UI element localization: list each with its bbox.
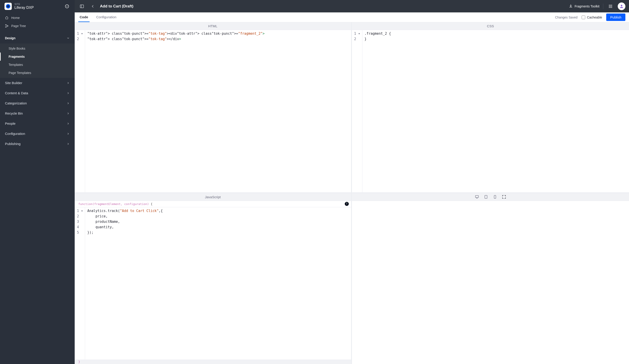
sidebar-section-people[interactable]: People xyxy=(0,119,75,128)
preview-desktop-icon[interactable] xyxy=(475,195,479,199)
pane-javascript: JavaScript function(fragmentElement, con… xyxy=(75,193,352,364)
fragments-toolkit-button[interactable]: Fragments Toolkit xyxy=(569,4,600,8)
sidebar-section-recycle-bin[interactable]: Recycle Bin xyxy=(0,108,75,119)
fragments-toolkit-label: Fragments Toolkit xyxy=(575,4,600,8)
sidebar-section-label: People xyxy=(5,121,15,125)
chevron-right-icon xyxy=(67,92,70,95)
sidebar-section-site-builder[interactable]: Site Builder xyxy=(0,78,75,88)
svg-point-1 xyxy=(7,5,9,8)
editor-tabs: Code Configuration xyxy=(78,12,118,22)
svg-rect-14 xyxy=(611,6,612,6)
pane-css: CSS 1 ▾2 .fragment_2 {} xyxy=(352,22,629,193)
svg-rect-17 xyxy=(611,7,612,8)
svg-marker-3 xyxy=(67,6,68,7)
svg-rect-12 xyxy=(609,6,610,6)
svg-rect-6 xyxy=(7,26,8,26)
svg-rect-16 xyxy=(610,7,611,8)
preview-device-bar xyxy=(352,193,629,201)
chevron-right-icon xyxy=(67,81,70,85)
sidebar-section-content-data[interactable]: Content & Data xyxy=(0,88,75,98)
sidebar: SITE Liferay DXP Home Page Tree Design xyxy=(0,0,75,364)
svg-rect-5 xyxy=(5,27,6,27)
cacheable-checkbox[interactable] xyxy=(582,15,585,19)
sidebar-section-categorization[interactable]: Categorization xyxy=(0,98,75,108)
preview-tablet-icon[interactable] xyxy=(484,195,488,199)
chevron-right-icon xyxy=(67,122,70,125)
sidebar-section-publishing[interactable]: Publishing xyxy=(0,139,75,149)
svg-rect-11 xyxy=(611,5,612,5)
svg-rect-22 xyxy=(494,195,496,198)
home-icon xyxy=(5,16,8,20)
chevron-right-icon xyxy=(67,142,70,145)
site-name: Liferay DXP xyxy=(14,6,34,10)
sidebar-item-label: Home xyxy=(11,16,20,20)
sidebar-section-label: Configuration xyxy=(5,132,25,135)
sidebar-item-label: Templates xyxy=(8,63,23,67)
sidebar-item-templates[interactable]: Templates xyxy=(0,61,75,69)
sidebar-item-home[interactable]: Home xyxy=(0,14,75,22)
pane-html: HTML 1 ▾2 "tok-attr"> class"tok-punct">=… xyxy=(75,22,352,193)
apps-grid-icon[interactable] xyxy=(607,3,614,10)
editor-grid: HTML 1 ▾2 "tok-attr"> class"tok-punct">=… xyxy=(75,22,629,364)
preview-expand-icon[interactable] xyxy=(502,195,506,199)
html-editor[interactable]: 1 ▾2 "tok-attr"> class"tok-punct">="tok-… xyxy=(75,30,351,192)
svg-point-18 xyxy=(621,5,623,6)
cacheable-toggle[interactable]: Cacheable xyxy=(582,12,602,22)
js-editor[interactable]: 1 ▾2 3 4 5 Analytics.track("Add to Cart … xyxy=(75,207,351,360)
sidebar-section-label: Content & Data xyxy=(5,91,28,95)
sidebar-section-label: Design xyxy=(5,36,15,40)
js-function-close: } xyxy=(75,360,351,364)
tab-label: Code xyxy=(80,15,88,19)
sidebar-design-subitems: Style Books Fragments Templates Page Tem… xyxy=(0,43,75,78)
toggle-sidebar-icon[interactable] xyxy=(78,3,86,10)
preview-body xyxy=(352,201,629,364)
nav-quick: Home Page Tree xyxy=(0,12,75,33)
sidebar-item-page-templates[interactable]: Page Templates xyxy=(0,69,75,77)
help-icon[interactable]: ? xyxy=(345,202,349,206)
chevron-right-icon xyxy=(67,112,70,115)
download-icon xyxy=(569,4,573,8)
tab-code[interactable]: Code xyxy=(78,12,90,22)
svg-rect-10 xyxy=(610,5,611,5)
sidebar-item-label: Page Templates xyxy=(8,71,31,75)
pane-css-header: CSS xyxy=(352,22,629,30)
cacheable-label: Cacheable xyxy=(587,15,602,19)
avatar[interactable] xyxy=(618,2,626,10)
svg-rect-20 xyxy=(485,195,487,198)
pane-html-header: HTML xyxy=(75,22,351,30)
sidebar-section-label: Categorization xyxy=(5,101,27,105)
svg-rect-19 xyxy=(475,196,478,198)
back-button[interactable] xyxy=(89,3,96,10)
topbar: Add to Cart (Draft) Fragments Toolkit xyxy=(75,0,629,12)
svg-rect-13 xyxy=(610,6,611,6)
preview-mobile-icon[interactable] xyxy=(493,195,497,199)
site-label: SITE xyxy=(14,3,34,6)
sidebar-section-configuration[interactable]: Configuration xyxy=(0,128,75,139)
sidebar-section-label: Recycle Bin xyxy=(5,112,23,115)
topbar-divider xyxy=(603,3,603,9)
css-editor[interactable]: 1 ▾2 .fragment_2 {} xyxy=(352,30,629,192)
compass-icon[interactable] xyxy=(63,3,71,10)
js-function-wrapper: function(fragmentElement, configuration)… xyxy=(75,201,351,207)
svg-rect-7 xyxy=(80,5,84,8)
tab-label: Configuration xyxy=(96,15,116,19)
tab-configuration[interactable]: Configuration xyxy=(95,12,118,22)
site-header: SITE Liferay DXP xyxy=(0,0,75,12)
sidebar-item-style-books[interactable]: Style Books xyxy=(0,44,75,53)
sidebar-item-page-tree[interactable]: Page Tree xyxy=(0,22,75,30)
svg-rect-9 xyxy=(609,5,610,5)
chevron-right-icon xyxy=(67,132,70,135)
sidebar-section-label: Publishing xyxy=(5,142,20,146)
sidebar-section-label: Site Builder xyxy=(5,81,22,85)
sidebar-section-design[interactable]: Design xyxy=(0,33,75,43)
chevron-down-icon xyxy=(67,36,70,40)
sidebar-item-fragments[interactable]: Fragments xyxy=(0,53,75,61)
page-tree-icon xyxy=(5,24,8,28)
publish-button[interactable]: Publish xyxy=(606,13,626,21)
sidebar-item-label: Page Tree xyxy=(11,24,26,28)
chevron-right-icon xyxy=(67,102,70,105)
pane-preview xyxy=(352,193,629,364)
sidebar-item-label: Style Books xyxy=(8,47,25,50)
sidebar-item-label: Fragments xyxy=(8,55,25,58)
subtoolbar: Code Configuration Changes Saved Cacheab… xyxy=(75,12,629,22)
